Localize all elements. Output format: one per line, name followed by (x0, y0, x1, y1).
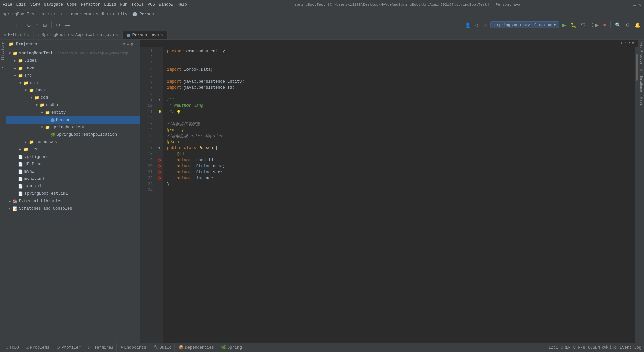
tree-item-springboottest[interactable]: ▼ 📁 springBootTest C:\Users\13288\Deskto… (6, 50, 140, 57)
event-log[interactable]: Event Log (620, 345, 641, 350)
status-terminal[interactable]: ▷_ Terminal (86, 343, 117, 352)
tree-item-entity[interactable]: ▼ 📁 entity (6, 109, 140, 116)
bc-project[interactable]: springBootTest (3, 12, 37, 17)
menu-refactor[interactable]: Refactor (81, 2, 100, 7)
database-label[interactable]: Database (639, 76, 643, 92)
toolbar-back-button[interactable]: ← (2, 21, 10, 28)
maven-label[interactable]: Maven (639, 97, 643, 107)
gutter-17[interactable]: ▼ (156, 145, 163, 151)
toolbar-structure-button[interactable]: ≡ (34, 21, 40, 28)
toolbar-collapse-button[interactable]: — (63, 21, 71, 28)
structure-panel-label[interactable]: Structure (1, 42, 5, 60)
toolbar-recent-button[interactable]: ⊙ (25, 21, 33, 28)
tab-person[interactable]: ⬤ Person.java ✕ (123, 31, 168, 39)
status-spring[interactable]: 🌿 Spring (218, 343, 245, 352)
key-promoter-label[interactable]: Key Promoter X (639, 42, 643, 71)
scrollbar-thumb[interactable] (636, 54, 638, 81)
menu-bar[interactable]: File Edit View Navigate Code Refactor Bu… (3, 2, 187, 7)
run-more-button[interactable]: ⋮▶ (589, 21, 600, 28)
menu-help[interactable]: Help (177, 2, 187, 7)
maximize-button[interactable]: □ (633, 2, 636, 7)
menu-window[interactable]: Window (159, 2, 173, 7)
bc-main[interactable]: main (54, 12, 64, 17)
tree-item-sadhu[interactable]: ▼ 📁 sadhu (6, 101, 140, 109)
tree-item-person[interactable]: ⬤ Person (6, 116, 140, 124)
gutter-22[interactable]: 🫘 (156, 175, 163, 181)
status-dependencies[interactable]: 📦 Dependencies (176, 343, 217, 352)
tree-item-test[interactable]: ▶ 📁 test (6, 146, 140, 153)
line-ending[interactable]: CRLF (561, 345, 571, 350)
bc-java[interactable]: java (69, 12, 78, 17)
toolbar-forward-button[interactable]: → (11, 21, 19, 28)
window-controls[interactable]: ─ □ ✕ (628, 2, 641, 7)
status-todo[interactable]: ☑ TODO (3, 343, 22, 352)
tree-item-mvn[interactable]: ▶ 📁 .mvn (6, 64, 140, 72)
tab-close-person[interactable]: ✕ (161, 33, 163, 37)
status-endpoints[interactable]: ⊕ Endpoints (118, 343, 149, 352)
tab-help-md[interactable]: M HELP.md ✕ (0, 31, 34, 39)
sidebar-dropdown-arrow[interactable]: ▼ (35, 42, 38, 47)
tab-springbootapp[interactable]: ☕ SpringBootTestApplication.java ✕ (34, 31, 123, 39)
tree-item-sbapp[interactable]: 🌿 SpringBootTestApplication (6, 131, 140, 138)
toolbar-settings-button[interactable]: ⚙ (54, 21, 62, 28)
cursor-position[interactable]: 12:1 (548, 345, 558, 350)
gutter-20[interactable]: 🫘 (156, 163, 163, 169)
error-nav-down[interactable]: ∨ (632, 41, 634, 45)
code-content[interactable]: package com.sadhu.entity; import lombok.… (163, 47, 635, 343)
stop-button[interactable]: ■ (602, 21, 608, 28)
run-config-selector[interactable]: ☕ SpringBootTestApplication ▼ (490, 21, 559, 28)
tree-item-mvnwcmd[interactable]: 📄 mvnw.cmd (6, 175, 140, 183)
sidebar-minimize-icon[interactable]: — (135, 42, 137, 47)
tab-close-app[interactable]: ✕ (116, 33, 118, 37)
tree-item-java[interactable]: ▼ 📁 java (6, 87, 140, 94)
sidebar-scope-icon[interactable]: ⊕ (123, 42, 125, 47)
status-problems[interactable]: ⚠ Problems (23, 343, 52, 352)
menu-tools[interactable]: Tools (131, 2, 144, 7)
gutter-21[interactable]: 🫘 (156, 169, 163, 175)
status-build[interactable]: 🔨 Build (151, 343, 175, 352)
editor-scrollbar[interactable] (635, 47, 638, 343)
toolbar-fwd2-button[interactable]: ▷ (482, 21, 489, 28)
bc-person[interactable]: ⬤ Person (132, 12, 154, 17)
bc-com[interactable]: com (84, 12, 91, 17)
close-button[interactable]: ✕ (639, 2, 641, 7)
menu-edit[interactable]: Edit (16, 2, 26, 7)
tree-item-helpmd[interactable]: 📄 HELP.md (6, 161, 140, 168)
error-nav-up[interactable]: ∧ (628, 41, 631, 45)
menu-navigate[interactable]: Navigate (44, 2, 63, 7)
settings2-button[interactable]: ⚙ (624, 21, 632, 28)
menu-view[interactable]: View (30, 2, 40, 7)
gutter-19[interactable]: 🫘 (156, 157, 163, 163)
tab-close-help[interactable]: ✕ (27, 33, 29, 37)
bc-sadhu[interactable]: sadhu (96, 12, 108, 17)
run-button[interactable]: ▶ (560, 21, 568, 28)
tree-item-resources[interactable]: ▶ 📁 resources (6, 138, 140, 146)
tree-item-com[interactable]: ▼ 📁 com (6, 94, 140, 101)
bc-src[interactable]: src (42, 12, 49, 17)
tree-item-main[interactable]: ▼ 📁 main (6, 79, 140, 87)
coverage-button[interactable]: 🛡 (579, 21, 587, 28)
tree-item-scratches[interactable]: ▶ 📝 Scratches and Consoles (6, 205, 140, 212)
gutter-9[interactable]: ▼ (156, 97, 163, 103)
sidebar-settings-icon[interactable]: ⚙ (130, 42, 133, 47)
bc-entity[interactable]: entity (113, 12, 127, 17)
tree-item-mvnw[interactable]: 📄 mvnw (6, 168, 140, 175)
notifications-button[interactable]: 🔔 (633, 21, 642, 28)
toolbar-vcs-button[interactable]: 👤 (463, 21, 472, 28)
menu-build[interactable]: Build (104, 2, 116, 7)
menu-file[interactable]: File (3, 2, 12, 7)
menu-vcs[interactable]: VCS (148, 2, 155, 7)
toolbar-project-button[interactable]: ⊞ (41, 21, 49, 28)
tree-item-gitignore[interactable]: 📄 .gitignore (6, 153, 140, 161)
menu-run[interactable]: Run (120, 2, 127, 7)
minimize-button[interactable]: ─ (628, 2, 630, 7)
charset[interactable]: UTF-8 (573, 345, 585, 350)
search-button[interactable]: 🔍 (613, 21, 623, 28)
tree-item-springboottest-pkg[interactable]: ▼ 📁 springboottest (6, 124, 140, 131)
tree-item-idea[interactable]: ▶ 📁 .idea (6, 57, 140, 64)
gutter-11[interactable]: 💡 (156, 109, 163, 115)
favorites-panel-label[interactable]: ★ (1, 66, 5, 70)
sidebar-collapse-icon[interactable]: ≡ (127, 42, 129, 47)
tree-item-pomxml[interactable]: 📄 pom.xml (6, 183, 140, 190)
debug-button[interactable]: 🐛 (569, 21, 578, 28)
